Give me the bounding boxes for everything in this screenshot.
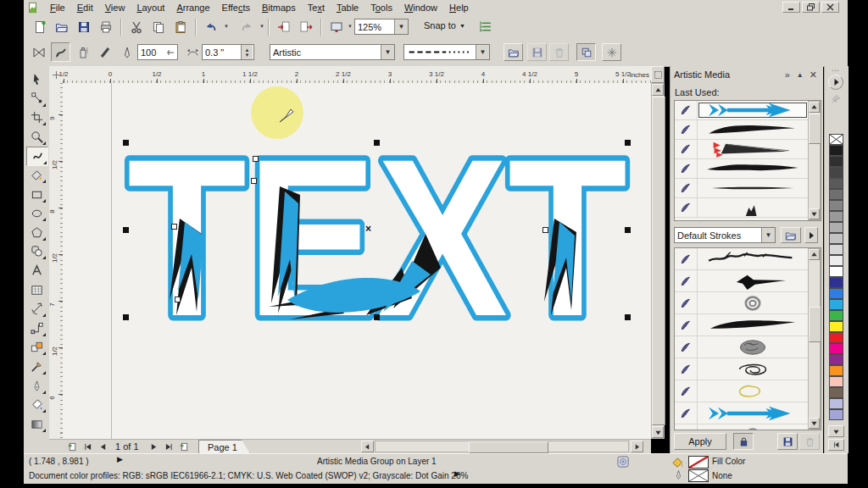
menu-window[interactable]: Window (398, 1, 443, 14)
border-and-fill-button[interactable] (576, 43, 596, 61)
stroke-row-rough-stroke[interactable] (675, 159, 808, 179)
stroke-row-yellow-blob-outline[interactable] (675, 380, 808, 402)
color-swatch[interactable] (829, 244, 843, 255)
chevron-down-icon[interactable]: ▼ (259, 24, 264, 29)
stroke-category-select[interactable]: Default Strokes ▼ (674, 227, 776, 243)
selection-handle[interactable] (625, 314, 631, 320)
color-swatch[interactable] (829, 255, 843, 266)
palette-expand-button[interactable] (828, 439, 844, 451)
default-strokes-scrollbar[interactable] (808, 248, 821, 430)
tool-rectangle[interactable] (26, 186, 47, 203)
add-page-button[interactable] (178, 441, 191, 452)
stroke-row-spiral-scribble[interactable] (675, 358, 808, 380)
scroll-down-button[interactable] (809, 208, 820, 219)
color-swatch[interactable] (829, 277, 843, 288)
mode-calligraphic-button[interactable] (95, 42, 114, 62)
stroke-row-blue-arrow[interactable] (675, 101, 808, 120)
tool-blend[interactable] (26, 338, 47, 356)
palette-grip-icon[interactable]: ⋯ (832, 66, 840, 75)
palette-scroll-down-button[interactable] (828, 425, 844, 437)
stepper[interactable]: ▲▼ (241, 45, 253, 59)
scroll-thumb[interactable] (809, 114, 821, 144)
selection-handle[interactable] (374, 314, 380, 320)
tool-interactive-fill[interactable] (26, 415, 47, 433)
close-button[interactable] (821, 2, 839, 13)
delete-stroke-button[interactable] (549, 43, 569, 61)
tool-smart-fill[interactable] (26, 166, 47, 184)
color-swatch[interactable] (829, 211, 843, 222)
scroll-down-button[interactable] (652, 426, 664, 438)
tool-ellipse[interactable] (26, 204, 47, 222)
menu-effects[interactable]: Effects (216, 1, 256, 14)
mode-brush-button[interactable] (51, 42, 70, 62)
stroke-row-gray-swirl[interactable] (675, 424, 808, 430)
browse-folder-button[interactable] (781, 227, 801, 243)
color-swatch[interactable] (829, 200, 843, 211)
scroll-up-button[interactable] (809, 102, 820, 113)
stroke-row-twig[interactable] (675, 248, 808, 270)
status-flyout-icon[interactable]: ▶ (454, 469, 460, 478)
color-swatch[interactable] (829, 343, 843, 354)
tool-color-eyedropper[interactable] (26, 358, 47, 375)
stroke-row-ink-splat[interactable] (675, 270, 808, 292)
save-stroke-button[interactable] (777, 433, 798, 450)
selection-handle[interactable] (625, 227, 631, 233)
tool-polygon[interactable] (26, 224, 47, 241)
menu-table[interactable]: Table (331, 1, 364, 14)
color-swatch[interactable] (829, 409, 843, 420)
import-button[interactable] (275, 18, 293, 36)
tool-crop[interactable] (26, 108, 47, 126)
color-swatch[interactable] (829, 266, 843, 277)
scroll-up-button[interactable] (652, 84, 664, 96)
paste-button[interactable] (171, 18, 190, 36)
selection-handle[interactable] (123, 314, 129, 320)
browse-button[interactable] (504, 43, 523, 61)
stroke-row-thin-taper-line[interactable] (675, 179, 808, 198)
mode-sprayer-button[interactable] (73, 42, 92, 62)
delete-stroke-button[interactable] (799, 433, 820, 450)
cut-button[interactable] (127, 18, 146, 36)
chevron-down-icon[interactable]: ▼ (761, 228, 775, 242)
color-swatch[interactable] (829, 321, 843, 332)
previous-page-button[interactable] (97, 441, 109, 452)
application-launcher-button[interactable] (327, 18, 346, 36)
redo-button[interactable] (237, 18, 256, 36)
snapping-options-icon[interactable] (478, 19, 492, 34)
chevron-down-icon[interactable]: ▼ (476, 45, 489, 59)
selection-handle[interactable] (625, 140, 631, 146)
tool-pick[interactable] (26, 70, 47, 88)
color-swatch[interactable] (829, 365, 843, 376)
menu-view[interactable]: View (99, 1, 131, 14)
menu-file[interactable]: File (44, 1, 71, 14)
outline-color-swatch[interactable] (688, 469, 709, 482)
tool-connector[interactable] (26, 319, 47, 337)
menu-edit[interactable]: Edit (71, 1, 99, 14)
stroke-row-fin-red-arrows[interactable] (675, 140, 808, 159)
tool-outline-pen[interactable] (26, 377, 47, 395)
color-swatch[interactable] (829, 310, 843, 321)
export-button[interactable] (297, 18, 315, 36)
zoom-level-select[interactable]: 125% ▼ (354, 19, 409, 35)
last-used-scrollbar[interactable] (808, 101, 821, 220)
tool-basic-shapes[interactable] (26, 242, 47, 260)
menu-text[interactable]: Text (302, 1, 331, 14)
color-swatch[interactable] (829, 354, 843, 365)
minimize-button[interactable] (782, 2, 800, 13)
chevron-down-icon[interactable]: ▼ (381, 45, 394, 59)
color-swatch[interactable] (829, 156, 843, 167)
restore-button[interactable] (802, 2, 820, 13)
proxy-target-icon[interactable] (617, 456, 629, 468)
page-tab[interactable]: Page 1 (198, 440, 250, 453)
color-swatch[interactable] (829, 145, 843, 156)
selection-handle[interactable] (123, 227, 129, 233)
brush-category-select[interactable]: Artistic ▼ (270, 44, 395, 60)
color-swatch[interactable] (829, 387, 843, 398)
last-page-button[interactable] (163, 441, 175, 452)
color-swatch[interactable] (829, 222, 843, 233)
selection-handle[interactable] (374, 140, 380, 146)
menu-help[interactable]: Help (443, 1, 475, 14)
curve-node[interactable] (171, 224, 177, 230)
undo-button[interactable] (202, 18, 220, 36)
color-swatch[interactable] (829, 167, 843, 178)
mode-pressure-button[interactable] (117, 42, 136, 62)
